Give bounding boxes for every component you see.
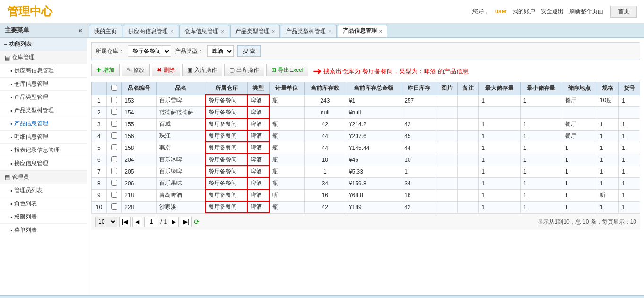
cell-checkbox[interactable] bbox=[106, 189, 121, 201]
cell-checkbox[interactable] bbox=[106, 95, 121, 106]
cell-total: ¥null bbox=[346, 106, 401, 118]
search-button[interactable]: 搜 索 bbox=[237, 45, 261, 57]
doc-icon: ▪ bbox=[10, 107, 12, 114]
cell-checkbox[interactable] bbox=[106, 154, 121, 166]
cell-yesterday: 34 bbox=[401, 177, 436, 189]
add-button[interactable]: ✚ 增加 bbox=[91, 64, 120, 76]
cell-warehouse: 餐厅备餐间 bbox=[205, 166, 247, 177]
tab-product-type-tree[interactable]: 产品类型树管理 × bbox=[281, 25, 336, 37]
cell-img bbox=[436, 106, 458, 118]
per-page-select[interactable]: 10 20 50 100 bbox=[95, 217, 117, 227]
cell-min: 1 bbox=[520, 201, 562, 213]
cell-itemno: 1 bbox=[619, 130, 640, 142]
warehouse-group-title[interactable]: ▤ 仓库管理 bbox=[0, 51, 87, 64]
sidebar-item-report-record[interactable]: ▪ 报表记录信息管理 bbox=[0, 144, 87, 157]
tab-warehouse-close[interactable]: × bbox=[221, 28, 224, 34]
tab-warehouse-label: 仓库信息管理 bbox=[184, 27, 218, 35]
my-account-link[interactable]: 我的账户 bbox=[513, 8, 535, 16]
tab-supplier[interactable]: 供应商信息管理 × bbox=[123, 25, 178, 37]
refresh-icon[interactable]: ⟳ bbox=[194, 218, 200, 226]
tab-supplier-close[interactable]: × bbox=[170, 28, 173, 34]
delete-button[interactable]: ✖ 删除 bbox=[152, 64, 180, 76]
cell-checkbox[interactable] bbox=[106, 166, 121, 177]
export-excel-button[interactable]: ⊞ 导出Excel bbox=[266, 64, 308, 76]
select-all-checkbox[interactable] bbox=[111, 85, 117, 91]
safe-exit-link[interactable]: 安全退出 bbox=[541, 8, 564, 16]
table-row: 3 155 百威 餐厅备餐间 啤酒 瓶 42 ¥214.2 42 1 1 餐厅 … bbox=[92, 118, 640, 130]
sidebar-item-detail-info[interactable]: ▪ 明细信息管理 bbox=[0, 131, 87, 144]
cell-location bbox=[562, 106, 597, 118]
table-row: 7 205 百乐绿啤 餐厅备餐间 啤酒 瓶 1 ¥5.33 1 1 1 1 1 … bbox=[92, 166, 640, 177]
sidebar-item-role-list[interactable]: ▪ 角色列表 bbox=[0, 197, 87, 210]
stock-in-button[interactable]: ▣ 入库操作 bbox=[182, 64, 222, 76]
doc-icon: ▪ bbox=[10, 160, 12, 167]
sidebar-item-product-type-tree[interactable]: ▪ 产品类型树管理 bbox=[0, 104, 87, 117]
prev-page-btn[interactable]: ◀ bbox=[132, 217, 142, 227]
sidebar-item-permission-list[interactable]: ▪ 权限列表 bbox=[0, 210, 87, 224]
cell-stock: 10 bbox=[304, 154, 346, 166]
cell-img bbox=[436, 189, 458, 201]
cell-name: 燕京 bbox=[157, 142, 205, 154]
cell-checkbox[interactable] bbox=[106, 201, 121, 213]
sidebar-item-reception[interactable]: ▪ 接应信息管理 bbox=[0, 157, 87, 170]
sidebar-item-admin-list[interactable]: ▪ 管理员列表 bbox=[0, 184, 87, 197]
cell-min: 1 bbox=[520, 154, 562, 166]
cell-stock: 16 bbox=[304, 189, 346, 201]
table-row: 2 154 范德萨范德萨 餐厅备餐间 啤酒 null ¥null bbox=[92, 106, 640, 118]
doc-icon: ▪ bbox=[10, 94, 12, 101]
th-code: 品名编号 bbox=[122, 82, 157, 95]
cell-checkbox[interactable] bbox=[106, 177, 121, 189]
cell-max: 1 bbox=[479, 95, 520, 106]
cell-unit: 听 bbox=[269, 189, 304, 201]
pagination: 10 20 50 100 |◀ ◀ / 1 ▶ ▶| ⟳ 显示从1到10，总 1… bbox=[91, 213, 640, 230]
tab-product-type-tree-close[interactable]: × bbox=[328, 28, 331, 34]
sidebar-item-supplier[interactable]: ▪ 供应商信息管理 bbox=[0, 64, 87, 78]
cell-checkbox[interactable] bbox=[106, 142, 121, 154]
function-list-title: − 功能列表 bbox=[0, 38, 87, 51]
next-page-btn[interactable]: ▶ bbox=[169, 217, 179, 227]
cell-img bbox=[436, 118, 458, 130]
tab-warehouse[interactable]: 仓库信息管理 × bbox=[179, 25, 229, 37]
cell-checkbox[interactable] bbox=[106, 118, 121, 130]
th-seq bbox=[92, 82, 107, 95]
home-button[interactable]: 首页 bbox=[610, 6, 637, 18]
tab-product-info-close[interactable]: × bbox=[379, 28, 382, 34]
warehouse-select[interactable]: 餐厅备餐间 主仓库 副仓库 bbox=[128, 45, 171, 57]
tab-product-type-close[interactable]: × bbox=[272, 28, 275, 34]
cell-spec bbox=[597, 106, 618, 118]
refresh-link[interactable]: 刷新整个页面 bbox=[569, 8, 603, 16]
cell-min: 1 bbox=[520, 189, 562, 201]
tab-home[interactable]: 我的主页 bbox=[89, 25, 122, 37]
cell-stock: 44 bbox=[304, 130, 346, 142]
cell-checkbox[interactable] bbox=[106, 130, 121, 142]
th-remark: 备注 bbox=[457, 82, 479, 95]
admin-group-title[interactable]: ▤ 管理员 bbox=[0, 171, 87, 184]
sidebar-item-product-info[interactable]: ▪ 产品信息管理 bbox=[0, 117, 87, 131]
sidebar-collapse-btn[interactable]: « bbox=[78, 26, 82, 34]
cell-checkbox[interactable] bbox=[106, 106, 121, 118]
cell-seq: 10 bbox=[92, 201, 107, 213]
cell-total: ¥237.6 bbox=[346, 130, 401, 142]
last-page-btn[interactable]: ▶| bbox=[181, 217, 192, 227]
cell-name: 珠江 bbox=[157, 130, 205, 142]
cell-min: 1 bbox=[520, 166, 562, 177]
table-row: 4 156 珠江 餐厅备餐间 啤酒 瓶 44 ¥237.6 45 1 1 餐厅 … bbox=[92, 130, 640, 142]
type-select[interactable]: 啤酒 白酒 饮料 食品 bbox=[207, 45, 234, 57]
tab-product-type[interactable]: 产品类型管理 × bbox=[230, 25, 280, 37]
tab-product-info[interactable]: 产品信息管理 × bbox=[338, 25, 387, 37]
cell-total: ¥1 bbox=[346, 95, 401, 106]
cell-location: 1 bbox=[562, 189, 597, 201]
cell-type: 啤酒 bbox=[247, 142, 269, 154]
edit-button[interactable]: ✎ 修改 bbox=[122, 64, 150, 76]
sidebar-item-product-type[interactable]: ▪ 产品类型管理 bbox=[0, 91, 87, 104]
first-page-btn[interactable]: |◀ bbox=[119, 217, 131, 227]
cell-max: 1 bbox=[479, 166, 520, 177]
cell-stock: 44 bbox=[304, 142, 346, 154]
stock-out-button[interactable]: ▢ 出库操作 bbox=[224, 64, 264, 76]
cell-total: ¥214.2 bbox=[346, 118, 401, 130]
current-page-input[interactable] bbox=[144, 217, 158, 227]
warehouse-group: ▤ 仓库管理 ▪ 供应商信息管理 ▪ 仓库信息管理 ▪ 产品类型管理 ▪ 产品类… bbox=[0, 51, 87, 171]
doc-icon: ▪ bbox=[10, 147, 12, 154]
sidebar-item-warehouse[interactable]: ▪ 仓库信息管理 bbox=[0, 78, 87, 91]
sidebar-item-menu-list[interactable]: ▪ 菜单列表 bbox=[0, 224, 87, 237]
